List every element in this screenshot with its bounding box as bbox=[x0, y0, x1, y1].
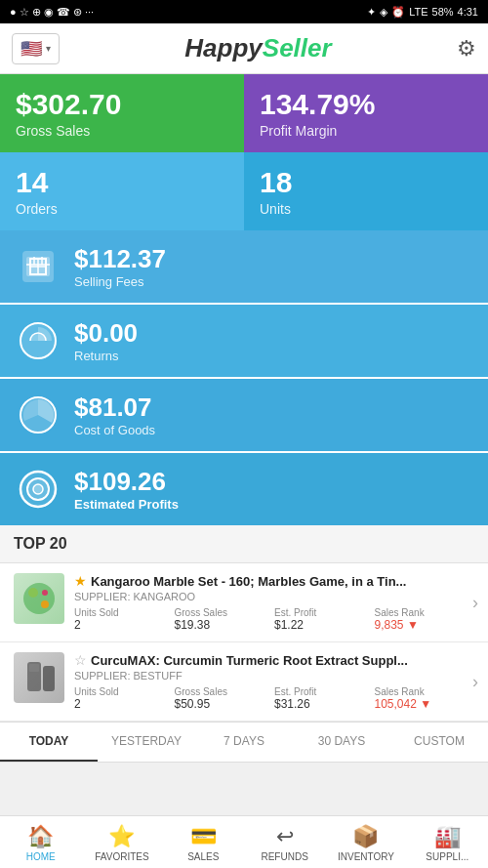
product-stats-1: Units Sold 2 Gross Sales $19.38 Est. Pro… bbox=[74, 607, 474, 632]
bluetooth-icon: ✦ bbox=[367, 6, 376, 19]
returns-value: $0.00 bbox=[74, 318, 138, 349]
tab-custom[interactable]: CUSTOM bbox=[390, 723, 488, 762]
cost-of-goods-value: $81.07 bbox=[74, 393, 155, 423]
selling-fees-label: Selling Fees bbox=[74, 274, 166, 289]
gross-sales-label: Gross Sales bbox=[16, 123, 228, 139]
gross-sales-label-1: Gross Sales bbox=[175, 607, 275, 618]
period-tabs: TODAY YESTERDAY 7 DAYS 30 DAYS CUSTOM bbox=[0, 722, 488, 763]
estimated-profits-card[interactable]: $109.26 Estimated Profits bbox=[0, 453, 488, 525]
bottom-navigation: 🏠 HOME ⭐ FAVORITES 💳 SALES ↩ REFUNDS 📦 I… bbox=[0, 815, 488, 868]
units-sold-stat-2: Units Sold 2 bbox=[74, 686, 175, 711]
product-title-row-2: ☆ CurcuMAX: Curcumin Turmeric Root Extra… bbox=[74, 652, 474, 668]
svg-point-8 bbox=[28, 588, 38, 598]
inventory-icon: 📦 bbox=[352, 824, 379, 849]
estimated-profits-label: Estimated Profits bbox=[74, 497, 179, 512]
svg-rect-12 bbox=[43, 666, 55, 691]
gross-sales-value-2: $50.95 bbox=[175, 697, 275, 711]
flag-icon: 🇺🇸 bbox=[20, 38, 42, 60]
units-sold-value-2: 2 bbox=[74, 697, 175, 711]
country-selector[interactable]: 🇺🇸 ▾ bbox=[12, 33, 60, 64]
top20-title: TOP 20 bbox=[14, 535, 67, 552]
star-filled-icon-1: ★ bbox=[74, 573, 87, 589]
refunds-icon: ↩ bbox=[276, 824, 294, 849]
nav-refunds[interactable]: ↩ REFUNDS bbox=[244, 816, 325, 868]
sales-rank-value-1: 9,835 ▼ bbox=[375, 618, 475, 632]
trend-down-icon-2: ▼ bbox=[420, 697, 431, 711]
lte-badge: LTE bbox=[409, 6, 427, 18]
nav-inventory[interactable]: 📦 INVENTORY bbox=[325, 816, 406, 868]
product-info-1: ★ Kangaroo Marble Set - 160; Marbles Gam… bbox=[74, 573, 474, 632]
est-profit-value-1: $1.22 bbox=[274, 618, 375, 632]
favorites-icon: ⭐ bbox=[108, 824, 135, 849]
returns-card[interactable]: $0.00 Returns bbox=[0, 305, 488, 377]
app-name-happy: Happy bbox=[184, 33, 262, 62]
cost-of-goods-card[interactable]: $81.07 Cost of Goods bbox=[0, 379, 488, 451]
app-name-seller: Seller bbox=[263, 33, 332, 62]
gross-sales-value: $302.70 bbox=[16, 88, 228, 121]
returns-icon bbox=[16, 318, 61, 363]
sales-rank-value-2: 105,042 ▼ bbox=[375, 697, 475, 711]
status-icons: ● ☆ ⊕ ◉ ☎ ⊛ ··· bbox=[10, 6, 94, 19]
gross-sales-card[interactable]: $302.70 Gross Sales bbox=[0, 74, 244, 152]
estimated-profits-value: $109.26 bbox=[74, 467, 179, 497]
nav-sales-label: SALES bbox=[187, 851, 219, 862]
app-logo: HappySeller bbox=[184, 33, 331, 63]
units-value: 18 bbox=[260, 166, 472, 199]
sales-rank-label-1: Sales Rank bbox=[375, 607, 475, 618]
product-title-row-1: ★ Kangaroo Marble Set - 160; Marbles Gam… bbox=[74, 573, 474, 589]
tab-today[interactable]: TODAY bbox=[0, 723, 98, 762]
product-supplier-2: SUPPLIER: BESTUFF bbox=[74, 670, 474, 682]
units-sold-value-1: 2 bbox=[74, 618, 175, 632]
status-right: ✦ ◈ ⏰ LTE 58% 4:31 bbox=[367, 6, 478, 19]
battery-level: 58% bbox=[432, 6, 454, 18]
product-image-1 bbox=[14, 573, 64, 624]
svg-point-10 bbox=[42, 590, 48, 596]
est-profit-stat-2: Est. Profit $31.26 bbox=[274, 686, 375, 711]
alarm-icon: ⏰ bbox=[391, 6, 405, 19]
product-list: ★ Kangaroo Marble Set - 160; Marbles Gam… bbox=[0, 563, 488, 722]
selling-fees-value: $112.37 bbox=[74, 244, 166, 274]
nav-inventory-label: INVENTORY bbox=[338, 851, 394, 862]
settings-button[interactable]: ⚙ bbox=[457, 36, 476, 62]
nav-favorites[interactable]: ⭐ FAVORITES bbox=[81, 816, 162, 868]
product-title-1: Kangaroo Marble Set - 160; Marbles Game,… bbox=[91, 574, 474, 589]
nav-home[interactable]: 🏠 HOME bbox=[0, 816, 81, 868]
detail-cards-container: $112.37 Selling Fees $0.00 Returns bbox=[0, 230, 488, 525]
selling-fees-info: $112.37 Selling Fees bbox=[74, 244, 166, 289]
returns-label: Returns bbox=[74, 349, 138, 363]
status-left: ● ☆ ⊕ ◉ ☎ ⊛ ··· bbox=[10, 6, 94, 19]
nav-sales[interactable]: 💳 SALES bbox=[163, 816, 244, 868]
chevron-down-icon: ▾ bbox=[46, 43, 51, 54]
profit-margin-card[interactable]: 134.79% Profit Margin bbox=[244, 74, 488, 152]
gross-sales-stat-1: Gross Sales $19.38 bbox=[175, 607, 275, 632]
est-profit-label-2: Est. Profit bbox=[274, 686, 375, 697]
tab-yesterday[interactable]: YESTERDAY bbox=[98, 723, 195, 762]
est-profit-stat-1: Est. Profit $1.22 bbox=[274, 607, 375, 632]
tab-30days[interactable]: 30 DAYS bbox=[293, 723, 390, 762]
units-card[interactable]: 18 Units bbox=[244, 152, 488, 230]
profit-margin-label: Profit Margin bbox=[260, 123, 472, 139]
product-thumbnail-2 bbox=[14, 652, 64, 703]
tab-7days[interactable]: 7 DAYS bbox=[195, 723, 293, 762]
product-stats-2: Units Sold 2 Gross Sales $50.95 Est. Pro… bbox=[74, 686, 474, 711]
suppliers-icon: 🏭 bbox=[434, 824, 461, 849]
orders-card[interactable]: 14 Orders bbox=[0, 152, 244, 230]
svg-point-7 bbox=[23, 583, 55, 614]
sales-rank-stat-1: Sales Rank 9,835 ▼ bbox=[375, 607, 475, 632]
svg-rect-13 bbox=[29, 664, 39, 672]
product-supplier-1: SUPPLIER: KANGAROO bbox=[74, 591, 474, 602]
top20-header: TOP 20 bbox=[0, 525, 488, 563]
selling-fees-card[interactable]: $112.37 Selling Fees bbox=[0, 230, 488, 303]
trend-down-icon-1: ▼ bbox=[407, 618, 419, 632]
nav-suppliers[interactable]: 🏭 SUPPLI... bbox=[407, 816, 488, 868]
returns-info: $0.00 Returns bbox=[74, 318, 138, 363]
product-item-2[interactable]: ☆ CurcuMAX: Curcumin Turmeric Root Extra… bbox=[0, 642, 488, 722]
units-sold-label-2: Units Sold bbox=[74, 686, 175, 697]
product-image-2 bbox=[14, 652, 64, 703]
product-info-2: ☆ CurcuMAX: Curcumin Turmeric Root Extra… bbox=[74, 652, 474, 711]
nav-suppliers-label: SUPPLI... bbox=[426, 851, 468, 862]
orders-value: 14 bbox=[16, 166, 228, 199]
chevron-right-icon-1: › bbox=[472, 593, 478, 613]
gross-sales-value-1: $19.38 bbox=[175, 618, 275, 632]
product-item[interactable]: ★ Kangaroo Marble Set - 160; Marbles Gam… bbox=[0, 563, 488, 642]
